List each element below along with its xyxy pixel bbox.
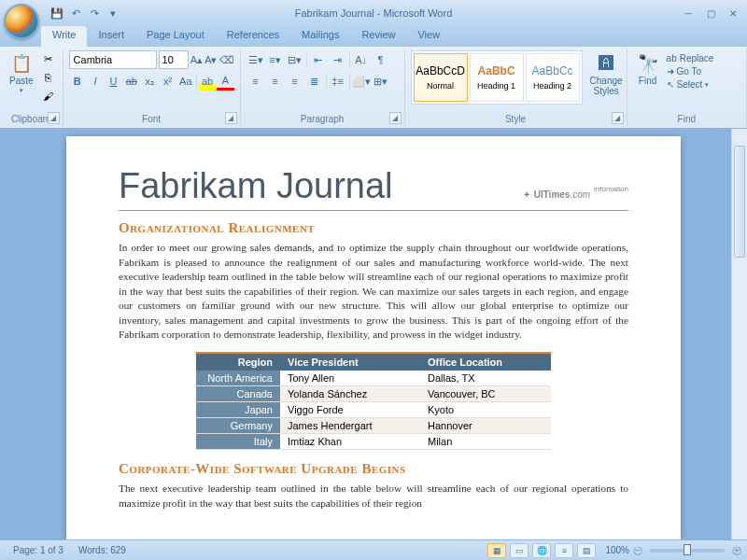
font-name-combo[interactable]	[69, 50, 157, 69]
zoom-in-button[interactable]: ㊉	[732, 544, 741, 557]
tab-references[interactable]: References	[216, 26, 290, 47]
style-dialog-launcher[interactable]: ◢	[612, 112, 624, 124]
grow-font-icon[interactable]: A▴	[190, 50, 204, 69]
tab-insert[interactable]: Insert	[87, 26, 135, 47]
vertical-scrollbar[interactable]	[731, 129, 747, 539]
qat-dropdown-icon[interactable]: ▾	[105, 5, 121, 21]
clipboard-icon: 📋	[10, 52, 33, 75]
style-gallery: AaBbCcD Normal AaBbC Heading 1 AaBbCc He…	[411, 50, 583, 105]
decrease-indent-button[interactable]: ⇤	[309, 50, 328, 69]
line-spacing-button[interactable]: ‡≡	[329, 72, 347, 91]
italic-button[interactable]: I	[87, 72, 104, 91]
table-row: ItalyImtiaz KhanMilan	[196, 434, 551, 450]
clear-formatting-icon[interactable]: ⌫	[219, 50, 234, 69]
multilevel-list-button[interactable]: ⊟▾	[286, 50, 304, 69]
increase-indent-button[interactable]: ⇥	[329, 50, 347, 69]
zoom-slider[interactable]	[650, 549, 725, 553]
window-title: Fabrikam Journal - Microsoft Word	[295, 7, 453, 19]
goto-button[interactable]: ➜Go To	[667, 65, 714, 77]
undo-icon[interactable]: ↶	[67, 5, 84, 21]
change-styles-button[interactable]: 🅰 Change Styles	[586, 50, 627, 98]
redo-icon[interactable]: ↷	[86, 5, 103, 21]
table-header: Office Location	[420, 353, 551, 371]
style-normal[interactable]: AaBbCcD Normal	[414, 53, 468, 102]
clipboard-dialog-launcher[interactable]: ◢	[48, 112, 60, 124]
subscript-button[interactable]: x₂	[141, 72, 158, 91]
justify-button[interactable]: ≣	[305, 72, 324, 91]
replace-button[interactable]: abReplace	[667, 52, 714, 64]
table-row: GermanyJames HendergartHannover	[196, 418, 551, 434]
underline-button[interactable]: U	[105, 72, 121, 91]
arrow-icon: ➜	[667, 66, 674, 77]
group-clipboard: 📋 Paste ▾ ✂ ⎘ 🖌 Clipboard ◢	[0, 49, 63, 126]
close-button[interactable]: ✕	[723, 6, 743, 21]
zoom-slider-thumb[interactable]	[684, 544, 691, 555]
binoculars-icon: 🔭	[637, 52, 659, 75]
paragraph-1: In order to meet our growing sales deman…	[119, 241, 628, 343]
scrollbar-thumb[interactable]	[734, 146, 745, 258]
tab-view[interactable]: View	[406, 26, 451, 47]
tab-write[interactable]: Write	[41, 26, 87, 47]
numbering-button[interactable]: ≡▾	[266, 50, 285, 69]
titlebar: 💾 ↶ ↷ ▾ Fabrikam Journal - Microsoft Wor…	[0, 0, 747, 26]
paste-button[interactable]: 📋 Paste ▾	[6, 50, 37, 105]
maximize-button[interactable]: ▢	[700, 6, 721, 21]
web-layout-view[interactable]: 🌐	[532, 543, 551, 558]
tab-page-layout[interactable]: Page Layout	[135, 26, 216, 47]
group-label-font: Font	[63, 114, 240, 124]
document-area: Fabrikam Journal ✦ UITimes.com infomatio…	[0, 129, 747, 539]
chevron-down-icon: ▾	[705, 81, 709, 89]
group-font: A▴ A▾ ⌫ B I U ab x₂ x² Aa ab A Font ◢	[63, 49, 241, 126]
office-button[interactable]	[4, 4, 39, 39]
draft-view[interactable]: ▤	[577, 543, 596, 558]
bold-button[interactable]: B	[69, 72, 86, 91]
highlight-button[interactable]: ab	[199, 72, 216, 91]
tab-review[interactable]: Review	[350, 26, 406, 47]
save-icon[interactable]: 💾	[49, 5, 65, 21]
cut-icon[interactable]: ✂	[40, 50, 57, 67]
bullets-button[interactable]: ☰▾	[247, 50, 265, 69]
select-button[interactable]: ↖Select▾	[667, 78, 714, 91]
table-row: JapanViggo FordeKyoto	[196, 402, 551, 418]
font-size-combo[interactable]	[159, 50, 189, 69]
strikethrough-button[interactable]: ab	[123, 72, 140, 91]
print-layout-view[interactable]: ▦	[487, 543, 506, 558]
superscript-button[interactable]: x²	[159, 72, 176, 91]
document-page[interactable]: Fabrikam Journal ✦ UITimes.com infomatio…	[66, 136, 681, 539]
change-case-button[interactable]: Aa	[177, 72, 194, 91]
copy-icon[interactable]: ⎘	[40, 69, 57, 86]
font-color-button[interactable]: A	[217, 72, 233, 91]
document-title: Fabrikam Journal	[119, 166, 393, 206]
sort-button[interactable]: A↓	[352, 50, 371, 69]
full-screen-view[interactable]: ▭	[510, 543, 529, 558]
zoom-out-button[interactable]: ㊀	[633, 544, 642, 557]
shading-button[interactable]: ⬜▾	[352, 72, 371, 91]
font-dialog-launcher[interactable]: ◢	[225, 112, 237, 124]
show-marks-button[interactable]: ¶	[372, 50, 390, 69]
align-center-button[interactable]: ≡	[266, 72, 285, 91]
align-right-button[interactable]: ≡	[286, 72, 304, 91]
table-row: CanadaYolanda SánchezVancouver, BC	[196, 386, 551, 402]
format-painter-icon[interactable]: 🖌	[40, 88, 57, 105]
zoom-level[interactable]: 100%	[605, 545, 629, 555]
title-underline	[119, 210, 628, 211]
group-paragraph: ☰▾ ≡▾ ⊟▾ ⇤ ⇥ A↓ ¶ ≡ ≡ ≡ ≣ ‡≡ ⬜▾ ⊞▾ Parag…	[241, 49, 405, 126]
align-left-button[interactable]: ≡	[247, 72, 265, 91]
data-table: RegionVice PresidentOffice Location Nort…	[196, 352, 551, 450]
find-button[interactable]: 🔭 Find	[633, 50, 663, 91]
paragraph-dialog-launcher[interactable]: ◢	[389, 112, 402, 124]
shrink-font-icon[interactable]: A▾	[204, 50, 218, 69]
style-heading1[interactable]: AaBbC Heading 1	[470, 53, 524, 102]
group-label-find: Find	[627, 114, 746, 124]
page-indicator[interactable]: Page: 1 of 3	[6, 545, 71, 555]
minimize-button[interactable]: ─	[678, 6, 698, 21]
style-heading2[interactable]: AaBbCc Heading 2	[526, 53, 580, 102]
quick-access-toolbar: 💾 ↶ ↷ ▾	[49, 5, 121, 21]
table-row: North AmericaTony AllenDallas, TX	[196, 371, 551, 386]
word-count[interactable]: Words: 629	[71, 545, 134, 555]
heading-2: Corporate-Wide Software Upgrade Begins	[119, 461, 628, 477]
outline-view[interactable]: ≡	[555, 543, 573, 558]
table-header: Region	[196, 353, 280, 371]
tab-mailings[interactable]: Mailings	[290, 26, 350, 47]
borders-button[interactable]: ⊞▾	[372, 72, 390, 91]
